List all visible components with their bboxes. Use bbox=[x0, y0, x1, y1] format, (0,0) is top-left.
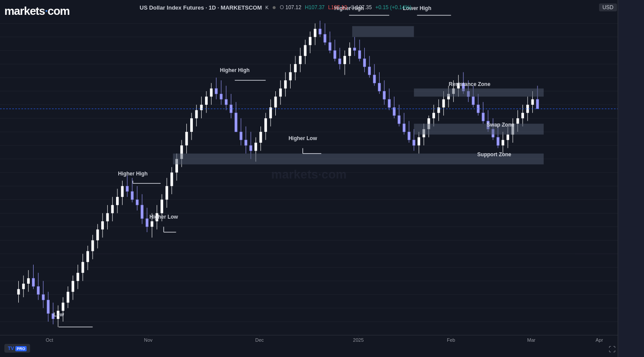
open-value: O 107.12 bbox=[280, 4, 301, 10]
price-axis bbox=[618, 0, 644, 357]
logo: markets·com bbox=[4, 4, 69, 18]
close-value: C 107.35 bbox=[350, 4, 372, 10]
k-indicator: K bbox=[265, 5, 268, 10]
tv-logo: TV PRO bbox=[4, 344, 30, 353]
low-value: L107.10 bbox=[328, 4, 347, 10]
expand-icon[interactable]: ⛶ bbox=[609, 346, 616, 354]
high-value: H107.37 bbox=[305, 4, 325, 10]
header-info: US Dollar Index Futures · 1D · MARKETSCO… bbox=[140, 3, 411, 11]
chart-container: markets·com US Dollar Index Futures · 1D… bbox=[0, 0, 644, 357]
currency-badge[interactable]: USD bbox=[599, 3, 617, 11]
symbol-label: US Dollar Index Futures · 1D · MARKETSCO… bbox=[140, 4, 262, 11]
change-value: +0.15 (+0.14%) bbox=[375, 4, 411, 10]
